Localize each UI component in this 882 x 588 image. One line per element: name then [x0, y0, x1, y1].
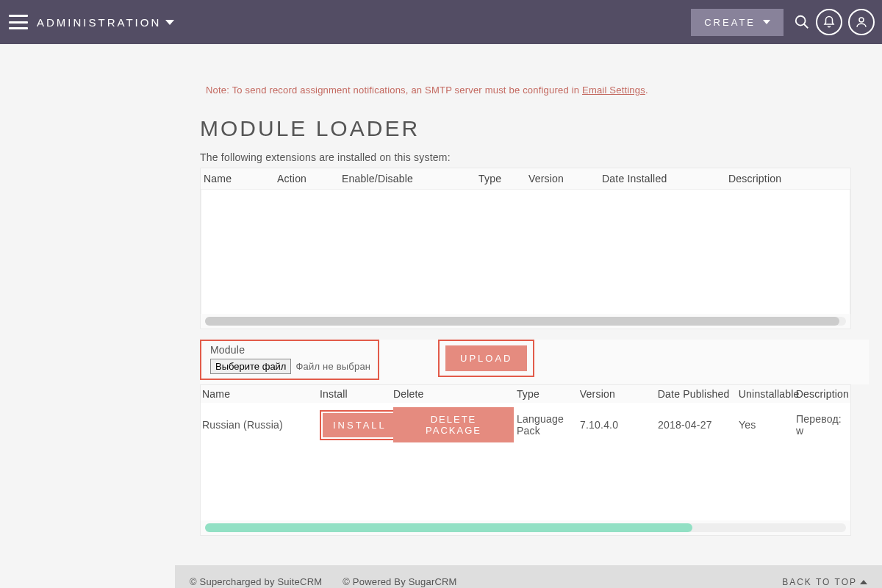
installed-table: Name Action Enable/Disable Type Version …	[200, 168, 851, 329]
page-content: Note: To send record assignment notifica…	[190, 44, 851, 565]
install-button[interactable]: INSTALL	[323, 413, 397, 437]
col-action: Action	[276, 173, 340, 184]
user-avatar-icon[interactable]	[848, 9, 875, 35]
cell-version: 7.10.4.0	[578, 417, 656, 432]
cell-date: 2018-04-27	[656, 417, 737, 432]
cell-install: INSTALL	[318, 409, 392, 442]
back-to-top[interactable]: BACK TO TOP	[782, 577, 867, 587]
cell-uninst: Yes	[737, 417, 795, 432]
pcol-install: Install	[318, 387, 392, 401]
cell-name: Russian (Russia)	[201, 417, 318, 432]
email-settings-link[interactable]: Email Settings	[582, 85, 645, 96]
pcol-version: Version	[578, 387, 656, 401]
upload-row: Module Выберите файл Файл не выбран UPLO…	[200, 340, 869, 384]
installed-h-scrollbar[interactable]	[205, 317, 846, 326]
cell-desc: Перевод: w	[795, 412, 850, 438]
pcol-uninst: Uninstallable	[737, 387, 795, 401]
upload-button[interactable]: UPLOAD	[445, 345, 527, 371]
col-enable: Enable/Disable	[340, 173, 477, 184]
footer: © Supercharged by SuiteCRM © Powered By …	[175, 565, 882, 588]
pcol-desc: Description	[795, 387, 850, 401]
create-label: CREATE	[704, 17, 756, 28]
footer-sugarcrm: © Powered By SugarCRM	[343, 576, 456, 587]
col-date: Date Installed	[600, 173, 727, 184]
chevron-down-icon	[763, 20, 770, 24]
svg-point-0	[796, 16, 806, 26]
col-description: Description	[727, 173, 849, 184]
pcol-type: Type	[515, 387, 578, 401]
col-version: Version	[527, 173, 600, 184]
col-type: Type	[477, 173, 527, 184]
breadcrumb-administration[interactable]: ADMINISTRATION	[37, 16, 174, 29]
chevron-down-icon	[165, 20, 174, 25]
cell-delete: DELETE PACKAGE	[392, 406, 515, 444]
menu-hamburger[interactable]	[9, 15, 28, 29]
notifications-icon[interactable]	[816, 9, 842, 35]
svg-line-1	[804, 24, 808, 29]
breadcrumb-label: ADMINISTRATION	[37, 16, 161, 29]
pcol-name: Name	[201, 387, 318, 401]
upload-box: UPLOAD	[438, 340, 534, 377]
packages-h-scrollbar[interactable]	[205, 523, 846, 532]
col-name: Name	[202, 173, 276, 184]
cell-type: Language Pack	[515, 412, 578, 438]
create-button[interactable]: CREATE	[691, 9, 784, 36]
choose-file-button[interactable]: Выберите файл	[210, 359, 291, 374]
installed-desc: The following extensions are installed o…	[200, 151, 851, 163]
no-file-label: Файл не выбран	[295, 361, 370, 372]
module-label: Module	[210, 344, 373, 356]
chevron-up-icon	[860, 580, 867, 584]
installed-table-header: Name Action Enable/Disable Type Version …	[201, 168, 850, 189]
pcol-delete: Delete	[392, 387, 515, 401]
pcol-date: Date Published	[656, 387, 737, 401]
packages-table-header: Name Install Delete Type Version Date Pu…	[201, 385, 850, 403]
table-row: Russian (Russia) INSTALL DELETE PACKAGE …	[201, 403, 850, 447]
installed-table-body	[201, 189, 850, 314]
delete-package-button[interactable]: DELETE PACKAGE	[393, 407, 514, 442]
top-bar: ADMINISTRATION CREATE	[0, 0, 882, 44]
smtp-note: Note: To send record assignment notifica…	[200, 85, 851, 96]
module-file-box: Module Выберите файл Файл не выбран	[200, 340, 379, 380]
packages-table: Name Install Delete Type Version Date Pu…	[200, 384, 851, 536]
page-title: MODULE LOADER	[200, 116, 851, 141]
footer-suitecrm: © Supercharged by SuiteCRM	[190, 576, 322, 587]
svg-point-2	[859, 18, 864, 22]
search-icon[interactable]	[794, 14, 810, 30]
packages-table-body: Russian (Russia) INSTALL DELETE PACKAGE …	[201, 403, 850, 520]
